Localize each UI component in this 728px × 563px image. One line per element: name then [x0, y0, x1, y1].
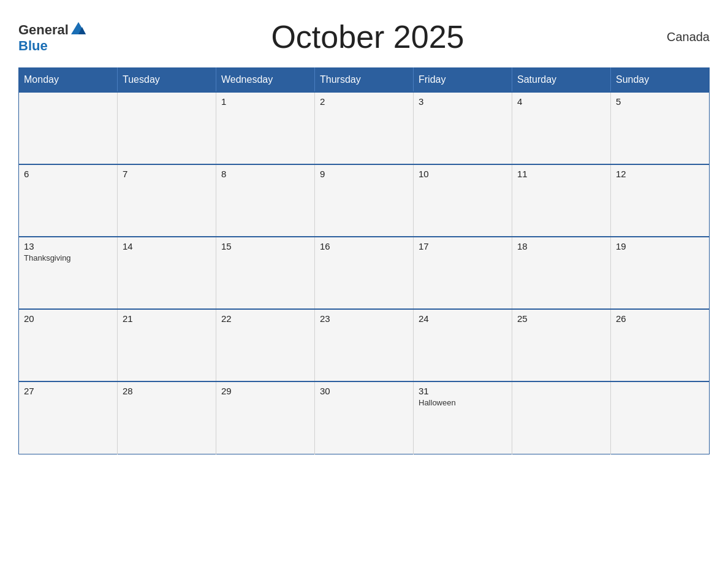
day-number: 17	[419, 241, 507, 251]
day-header-friday: Friday	[414, 68, 512, 93]
calendar-cell: 2	[315, 92, 414, 164]
calendar-cell: 13Thanksgiving	[19, 237, 118, 309]
calendar-cell	[611, 381, 710, 454]
calendar-week-1: 12345	[19, 92, 710, 164]
calendar-cell: 31Halloween	[414, 381, 512, 454]
calendar-cell: 22	[216, 309, 315, 381]
calendar-cell: 24	[414, 309, 512, 381]
logo-blue-text: Blue	[18, 39, 48, 53]
calendar-cell: 4	[512, 92, 611, 164]
day-number: 11	[517, 169, 605, 179]
calendar-cell: 29	[216, 381, 315, 454]
calendar-cell: 8	[216, 164, 315, 237]
day-number: 20	[24, 313, 112, 324]
day-header-monday: Monday	[19, 68, 118, 93]
day-number: 5	[616, 96, 704, 107]
calendar-body: 12345678910111213Thanksgiving14151617181…	[19, 92, 710, 454]
country-label: Canada	[648, 30, 710, 44]
calendar-cell: 26	[611, 309, 710, 381]
day-number: 18	[517, 241, 605, 251]
calendar-week-2: 6789101112	[19, 164, 710, 237]
day-number: 10	[419, 169, 507, 179]
day-number: 31	[419, 386, 507, 396]
calendar-week-5: 2728293031Halloween	[19, 381, 710, 454]
day-number: 16	[320, 241, 408, 251]
day-number: 8	[221, 169, 309, 179]
day-number: 1	[221, 96, 309, 107]
day-number: 23	[320, 313, 408, 324]
day-number: 21	[123, 313, 211, 324]
day-header-sunday: Sunday	[611, 68, 710, 93]
calendar-cell: 14	[118, 237, 216, 309]
calendar-cell: 1	[216, 92, 315, 164]
calendar-table: MondayTuesdayWednesdayThursdayFridaySatu…	[18, 67, 710, 454]
day-number: 27	[24, 386, 112, 396]
calendar-cell: 5	[611, 92, 710, 164]
day-header-saturday: Saturday	[512, 68, 611, 93]
day-header-thursday: Thursday	[315, 68, 414, 93]
calendar-cell: 10	[414, 164, 512, 237]
day-number: 29	[221, 386, 309, 396]
calendar-cell: 15	[216, 237, 315, 309]
calendar-cell	[19, 92, 118, 164]
day-number: 25	[517, 313, 605, 324]
day-number: 24	[419, 313, 507, 324]
logo-general-text: General	[18, 23, 69, 37]
calendar-cell: 20	[19, 309, 118, 381]
event-label: Thanksgiving	[24, 253, 112, 262]
calendar-cell: 21	[118, 309, 216, 381]
calendar-cell: 11	[512, 164, 611, 237]
calendar-week-3: 13Thanksgiving141516171819	[19, 237, 710, 309]
calendar-cell: 9	[315, 164, 414, 237]
days-of-week-row: MondayTuesdayWednesdayThursdayFridaySatu…	[19, 68, 710, 93]
day-number: 26	[616, 313, 704, 324]
day-number: 3	[419, 96, 507, 107]
logo-icon	[70, 21, 87, 38]
calendar-cell: 7	[118, 164, 216, 237]
calendar-cell	[512, 381, 611, 454]
day-header-wednesday: Wednesday	[216, 68, 315, 93]
calendar-cell: 12	[611, 164, 710, 237]
logo: General Blue	[18, 21, 87, 53]
day-number: 13	[24, 241, 112, 251]
day-header-tuesday: Tuesday	[118, 68, 216, 93]
day-number: 15	[221, 241, 309, 251]
calendar-cell: 16	[315, 237, 414, 309]
calendar-cell: 30	[315, 381, 414, 454]
day-number: 12	[616, 169, 704, 179]
day-number: 19	[616, 241, 704, 251]
calendar-header: MondayTuesdayWednesdayThursdayFridaySatu…	[19, 68, 710, 93]
event-label: Halloween	[419, 398, 507, 407]
day-number: 6	[24, 169, 112, 179]
day-number: 28	[123, 386, 211, 396]
calendar-title: October 2025	[87, 18, 648, 55]
day-number: 14	[123, 241, 211, 251]
calendar-week-4: 20212223242526	[19, 309, 710, 381]
day-number: 30	[320, 386, 408, 396]
day-number: 2	[320, 96, 408, 107]
calendar-cell: 3	[414, 92, 512, 164]
calendar-cell: 27	[19, 381, 118, 454]
calendar-cell: 17	[414, 237, 512, 309]
calendar-cell: 19	[611, 237, 710, 309]
page-header: General Blue October 2025 Canada	[18, 12, 710, 61]
calendar-cell: 23	[315, 309, 414, 381]
calendar-cell: 28	[118, 381, 216, 454]
calendar-cell	[118, 92, 216, 164]
day-number: 4	[517, 96, 605, 107]
calendar-cell: 25	[512, 309, 611, 381]
calendar-cell: 18	[512, 237, 611, 309]
calendar-cell: 6	[19, 164, 118, 237]
day-number: 9	[320, 169, 408, 179]
day-number: 7	[123, 169, 211, 179]
day-number: 22	[221, 313, 309, 324]
